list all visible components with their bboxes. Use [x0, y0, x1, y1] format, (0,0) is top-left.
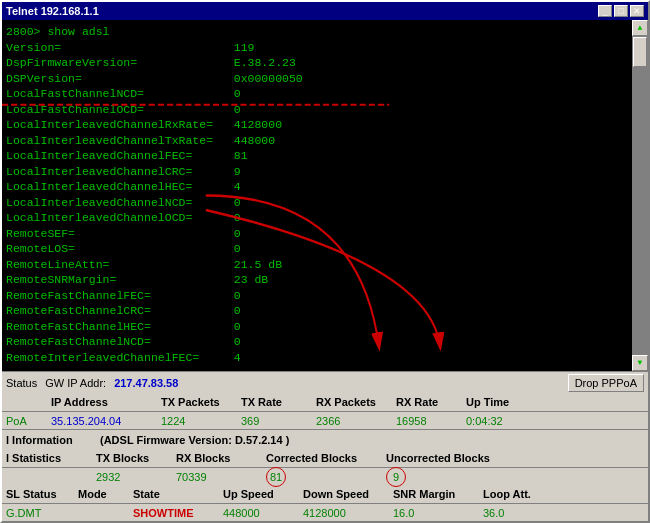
scroll-thumb[interactable] [633, 37, 647, 67]
title-buttons: _ □ ✕ [598, 5, 644, 17]
status-label: Status [6, 377, 37, 389]
dsl-loop-header: Loop Att. [483, 488, 543, 500]
terminal-window[interactable]: 2800> show adslVersion= 119DspFirmwareVe… [2, 20, 648, 371]
main-window: Telnet 192.168.1.1 _ □ ✕ 2800> show adsl… [0, 0, 650, 523]
tx-pkt-col-header: TX Packets [161, 396, 241, 408]
maximize-button[interactable]: □ [614, 5, 628, 17]
dsl-status-header: SL Status [6, 488, 78, 500]
terminal-content: 2800> show adslVersion= 119DspFirmwareVe… [6, 24, 628, 365]
stats-header-row: l Statistics TX Blocks RX Blocks Correct… [2, 449, 648, 467]
gw-ip-label: GW IP Addr: [45, 377, 106, 389]
rx-blk-header: RX Blocks [176, 452, 266, 464]
dsl-down-value: 4128000 [303, 507, 393, 519]
scrollbar[interactable]: ▲ ▼ [632, 20, 648, 371]
tx-blocks-value: 2932 [96, 471, 176, 483]
connection-header-row: IP Address TX Packets TX Rate RX Packets… [2, 393, 648, 411]
dsl-loop-value: 36.0 [483, 507, 543, 519]
gw-ip-value: 217.47.83.58 [114, 377, 178, 389]
uncorrected-circled: 9 [386, 467, 406, 487]
stats-label: l Statistics [6, 452, 96, 464]
scroll-down-button[interactable]: ▼ [632, 355, 648, 371]
rx-rate-col-header: RX Rate [396, 396, 466, 408]
rx-pkt-col-header: RX Packets [316, 396, 396, 408]
status-bar-row: Status GW IP Addr: 217.47.83.58 Drop PPP… [2, 371, 648, 393]
dsl-mode-header: Mode [78, 488, 133, 500]
dsl-header-row: SL Status Mode State Up Speed Down Speed… [2, 485, 648, 503]
minimize-button[interactable]: _ [598, 5, 612, 17]
rx-packets-value: 2366 [316, 415, 396, 427]
ip-col-header: IP Address [51, 396, 161, 408]
dsl-snr-value: 16.0 [393, 507, 483, 519]
rx-blocks-value: 70339 [176, 471, 266, 483]
corr-header: Corrected Blocks [266, 452, 386, 464]
drop-pppoa-button[interactable]: Drop PPPoA [568, 374, 644, 392]
close-button[interactable]: ✕ [630, 5, 644, 17]
dsl-snr-header: SNR Margin [393, 488, 483, 500]
uptime-value: 0:04:32 [466, 415, 536, 427]
scroll-track[interactable] [632, 36, 648, 355]
connection-type-value: PoA [6, 415, 51, 427]
corrected-circled: 81 [266, 467, 286, 487]
dsl-up-header: Up Speed [223, 488, 303, 500]
tx-rate-col-header: TX Rate [241, 396, 316, 408]
rx-rate-value: 16958 [396, 415, 466, 427]
stats-data-row: 2932 70339 81 9 [2, 467, 648, 485]
uptime-col-header: Up Time [466, 396, 536, 408]
tx-rate-value: 369 [241, 415, 316, 427]
ip-address-value: 35.135.204.04 [51, 415, 161, 427]
dsl-state-value: SHOWTIME [133, 507, 223, 519]
dsl-up-value: 448000 [223, 507, 303, 519]
scroll-up-button[interactable]: ▲ [632, 20, 648, 36]
dsl-data-row: G.DMT SHOWTIME 448000 4128000 16.0 36.0 [2, 503, 648, 521]
tx-packets-value: 1224 [161, 415, 241, 427]
dsl-state-header: State [133, 488, 223, 500]
adsl-info-value: (ADSL Firmware Version: D.57.2.14 ) [100, 434, 289, 446]
bottom-panel: Status GW IP Addr: 217.47.83.58 Drop PPP… [2, 371, 648, 521]
uncorrected-blocks-value: 9 [386, 467, 506, 487]
dsl-down-header: Down Speed [303, 488, 393, 500]
window-title: Telnet 192.168.1.1 [6, 5, 99, 17]
status-section: Status GW IP Addr: 217.47.83.58 [6, 377, 568, 389]
uncorr-header: Uncorrected Blocks [386, 452, 506, 464]
dsl-status-value: G.DMT [6, 507, 78, 519]
adsl-info-row: l Information (ADSL Firmware Version: D.… [2, 429, 648, 449]
corrected-blocks-value: 81 [266, 467, 386, 487]
tx-blk-header: TX Blocks [96, 452, 176, 464]
adsl-info-label: l Information [6, 434, 96, 446]
title-bar: Telnet 192.168.1.1 _ □ ✕ [2, 2, 648, 20]
connection-data-row: PoA 35.135.204.04 1224 369 2366 16958 0:… [2, 411, 648, 429]
